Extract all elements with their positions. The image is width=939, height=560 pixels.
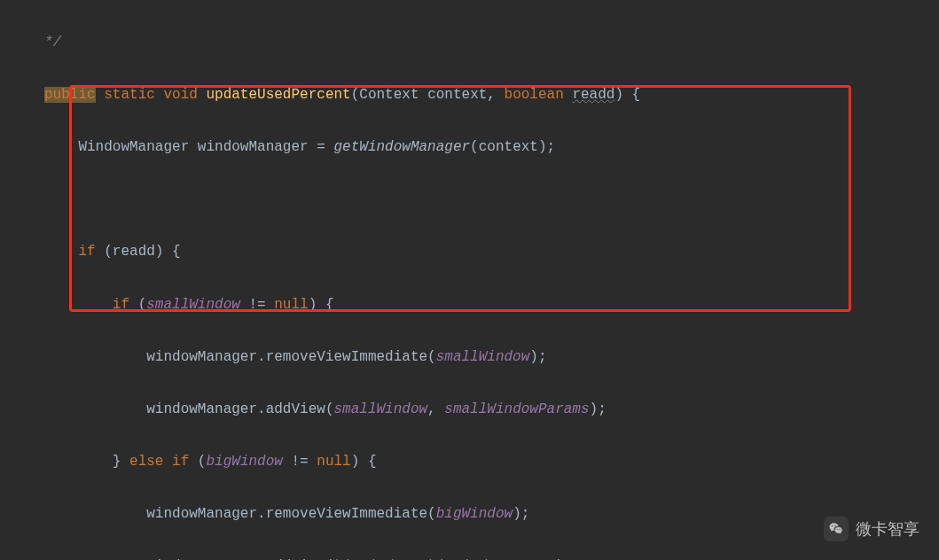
comment-close: */ — [44, 35, 61, 51]
code-editor-viewport[interactable]: */ public static void updateUsedPercent(… — [0, 0, 939, 560]
code-line: WindowManager windowManager = getWindowM… — [0, 135, 939, 161]
keyword-public: public — [44, 87, 96, 103]
code-line: windowManager.removeViewImmediate(smallW… — [0, 345, 939, 371]
blank-line — [0, 187, 939, 214]
watermark-text: 微卡智享 — [856, 515, 919, 544]
watermark: 微卡智享 — [824, 515, 919, 544]
code-line: windowManager.removeViewImmediate(bigWin… — [0, 502, 939, 528]
code-line: windowManager.addView(smallWindow, small… — [0, 397, 939, 424]
code-line: if (readd) { — [0, 239, 939, 266]
keyword-void: void — [163, 87, 197, 103]
code-line: } else if (bigWindow != null) { — [0, 449, 939, 476]
code-line: if (smallWindow != null) { — [0, 292, 939, 319]
code-line: */ — [0, 30, 939, 57]
call-getWindowManager: getWindowManager — [333, 139, 470, 155]
method-name: updateUsedPercent — [206, 87, 350, 103]
param-readd: readd — [572, 87, 614, 103]
keyword-static: static — [104, 87, 155, 103]
code-line: public static void updateUsedPercent(Con… — [0, 82, 939, 109]
wechat-icon — [824, 517, 849, 541]
code-line: windowManager.addView(bigWindow, bigWind… — [0, 554, 939, 560]
